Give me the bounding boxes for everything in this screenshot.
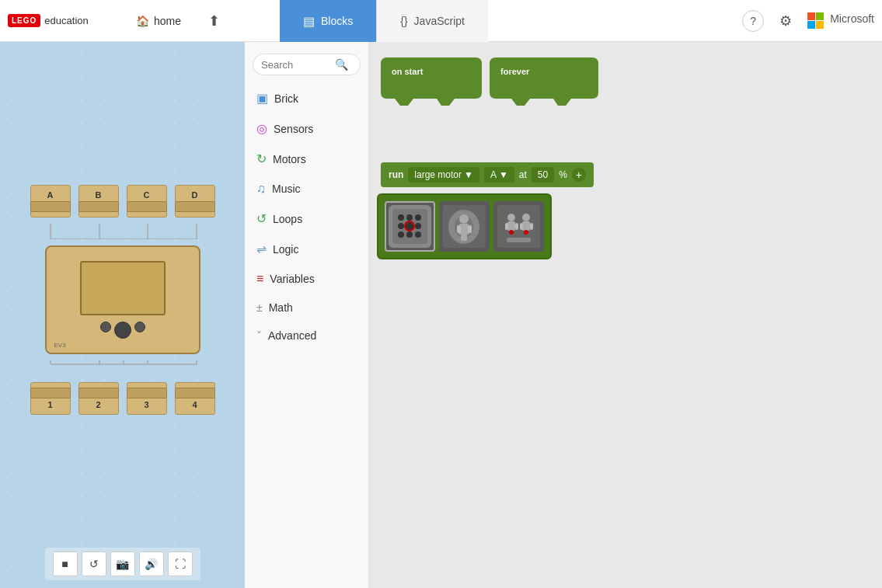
large-motor-icon	[497, 205, 540, 248]
top-ports: A B C D	[30, 185, 215, 217]
advanced-label: Advanced	[268, 329, 316, 342]
variables-icon: ≡	[256, 272, 263, 286]
header-right: ? ⚙ Microsoft	[742, 10, 874, 32]
sound-icon: 🔊	[145, 558, 158, 570]
brick-btn-center[interactable]	[114, 322, 131, 339]
speed-value[interactable]: 50	[532, 167, 554, 183]
category-logic[interactable]: ⇌ Logic	[245, 234, 368, 264]
svg-point-23	[406, 231, 413, 238]
bottom-ports: 1 2 3 4	[30, 382, 215, 415]
main-layout: A B C D	[0, 42, 882, 588]
svg-text:on start: on start	[392, 67, 424, 76]
loops-label: Loops	[273, 213, 302, 225]
restart-button[interactable]: ↺	[82, 551, 106, 576]
home-label: home	[154, 15, 181, 27]
svg-point-20	[405, 221, 414, 231]
tab-group: ▤ Blocks {} JavaScript	[280, 0, 488, 42]
simulator-panel: A B C D	[0, 42, 245, 588]
logic-icon: ⇌	[256, 242, 267, 256]
svg-rect-44	[530, 223, 533, 230]
brick-screen	[80, 261, 166, 315]
at-label: at	[519, 169, 527, 180]
svg-point-22	[398, 231, 404, 238]
header: LEGO education 🏠 home ⬆ ▤ Blocks {} Java…	[0, 0, 882, 42]
port-B-connector	[78, 201, 119, 212]
category-loops[interactable]: ↺ Loops	[245, 204, 368, 234]
svg-text:forever: forever	[500, 67, 530, 76]
screenshot-icon: 📷	[116, 558, 129, 570]
tab-blocks[interactable]: ▤ Blocks	[280, 0, 376, 42]
forever-block[interactable]: forever	[490, 57, 598, 115]
brick-btn-left[interactable]	[100, 322, 111, 332]
svg-rect-38	[505, 223, 508, 230]
svg-rect-46	[507, 238, 531, 242]
search-input[interactable]	[261, 59, 331, 71]
port-A-connector	[30, 201, 71, 212]
stop-button[interactable]: ■	[53, 551, 78, 576]
search-box[interactable]: 🔍	[253, 54, 361, 75]
category-motors[interactable]: ↻ Motors	[245, 144, 368, 174]
medium-motor-icon	[443, 205, 486, 248]
motor-option-3[interactable]	[493, 201, 544, 252]
screenshot-button[interactable]: 📷	[110, 551, 135, 576]
motor-option-2[interactable]	[439, 201, 490, 252]
port-C: C	[127, 185, 167, 217]
music-label: Music	[272, 183, 301, 195]
logo-area: LEGO education	[8, 14, 109, 27]
on-start-svg: on start	[381, 57, 482, 112]
motor-run-block[interactable]: run large motor ▼ A ▼ at 50 % +	[381, 162, 594, 187]
brick-icon: ▣	[256, 91, 268, 106]
fullscreen-button[interactable]: ⛶	[168, 551, 193, 576]
motor-type-dropdown[interactable]: large motor ▼	[408, 167, 479, 183]
svg-rect-33	[457, 225, 461, 233]
svg-rect-34	[468, 225, 472, 233]
sound-button[interactable]: 🔊	[139, 551, 164, 576]
svg-point-40	[509, 230, 514, 235]
add-button[interactable]: +	[572, 168, 586, 182]
port-D-connector	[175, 201, 215, 212]
motors-label: Motors	[273, 153, 306, 165]
advanced-icon: ˅	[256, 329, 262, 342]
motor-option-1[interactable]	[385, 201, 435, 252]
motors-icon: ↻	[256, 151, 267, 166]
port-dropdown[interactable]: A ▼	[484, 167, 514, 183]
loops-icon: ↺	[256, 211, 267, 226]
port-C-connector	[127, 201, 167, 212]
percent-label: %	[559, 169, 567, 180]
fullscreen-icon: ⛶	[175, 558, 186, 570]
settings-button[interactable]: ⚙	[779, 12, 792, 30]
svg-rect-37	[507, 221, 515, 231]
tab-javascript[interactable]: {} JavaScript	[376, 0, 488, 42]
category-music[interactable]: ♫ Music	[245, 174, 368, 204]
category-brick[interactable]: ▣ Brick	[245, 83, 368, 113]
dropdown-arrow: ▼	[464, 169, 473, 180]
bottom-wires	[30, 360, 216, 376]
svg-point-18	[415, 214, 421, 221]
home-nav[interactable]: 🏠 home	[124, 15, 193, 27]
category-sensors[interactable]: ◎ Sensors	[245, 113, 368, 144]
port-3: 3	[127, 382, 167, 415]
education-text: education	[44, 15, 88, 26]
port-4: 4	[175, 382, 215, 415]
brick-diagram: A B C D	[30, 185, 216, 415]
category-variables[interactable]: ≡ Variables	[245, 264, 368, 294]
lego-text: LEGO	[12, 16, 37, 25]
category-advanced[interactable]: ˅ Advanced	[245, 322, 368, 350]
brick-buttons	[100, 322, 145, 339]
math-icon: ±	[256, 301, 263, 314]
variables-label: Variables	[270, 273, 314, 285]
on-start-block[interactable]: on start	[381, 57, 482, 115]
stop-icon: ■	[61, 558, 68, 570]
svg-point-17	[406, 214, 413, 221]
share-button[interactable]: ⬆	[200, 12, 228, 30]
dropdown-arrow2: ▼	[499, 169, 508, 180]
category-math[interactable]: ± Math	[245, 294, 368, 322]
port-1: 1	[30, 382, 71, 415]
motor-block-container: run large motor ▼ A ▼ at 50 % +	[381, 162, 594, 187]
curly-braces-icon: {}	[400, 15, 407, 27]
help-button[interactable]: ?	[742, 10, 764, 32]
brick-btn-right[interactable]	[134, 322, 145, 332]
lego-logo: LEGO	[8, 14, 40, 27]
logic-label: Logic	[273, 243, 298, 256]
svg-rect-39	[515, 223, 518, 230]
